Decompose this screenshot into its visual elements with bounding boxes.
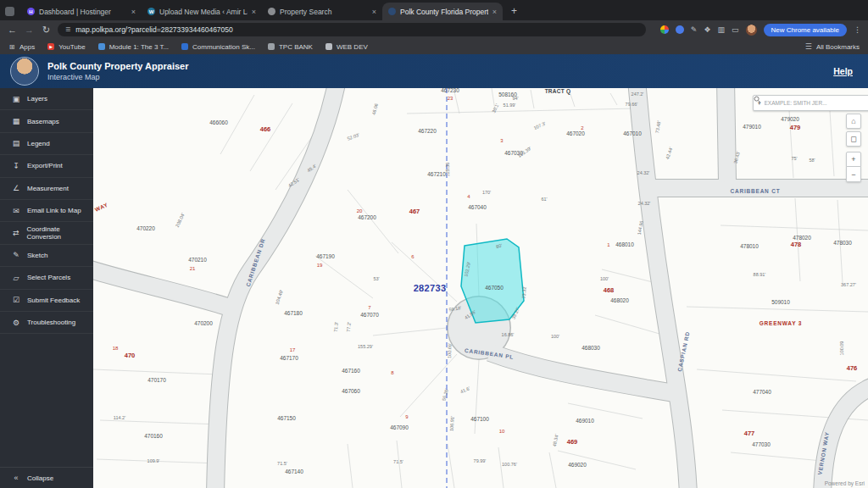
forward-icon[interactable]: → xyxy=(24,25,35,35)
sidebar-item-select-parcels[interactable]: ▱Select Parcels xyxy=(0,267,93,289)
sidebar-item-label: Submit Feedback xyxy=(27,297,80,304)
bookmark-favicon-icon xyxy=(268,43,275,50)
media-card-icon[interactable]: ▭ xyxy=(732,25,739,34)
browser-tab[interactable]: WUpload New Media ‹ Amir La...× xyxy=(142,3,262,20)
polk-county-logo xyxy=(10,57,39,86)
url-text: map.polkpa.org/?parcelid=282733934460467… xyxy=(75,25,233,34)
sidebar-item-sketch[interactable]: ✎Sketch xyxy=(0,245,93,267)
bookmark-item[interactable]: TPC BANK xyxy=(268,43,313,51)
sidebar-item-basemaps[interactable]: ▦Basemaps xyxy=(0,110,93,132)
tab-favicon-icon: W xyxy=(147,8,155,15)
bookmarks-bar: ⊞Apps▶YouTubeModule 1: The 3 T...Communi… xyxy=(0,39,868,55)
extension-wheel-icon[interactable] xyxy=(660,25,669,34)
profile-avatar[interactable] xyxy=(746,25,757,36)
sidebar-collapse-button[interactable]: « Collapse xyxy=(0,467,93,488)
collapse-icon: « xyxy=(12,474,20,482)
sidebar-item-submit-feedback[interactable]: ☑Submit Feedback xyxy=(0,290,93,312)
browser-tab[interactable]: Polk County Florida Propert...× xyxy=(382,3,503,20)
toolbar-right-cluster: ✎ ❖ ▥ ▭ New Chrome available ⋮ xyxy=(660,24,861,36)
coordinate-icon: ⇄ xyxy=(12,229,20,237)
sidebar-item-measurement[interactable]: ∠Measurement xyxy=(0,178,93,200)
extension-blue-icon[interactable] xyxy=(676,25,684,34)
legend-icon: ▤ xyxy=(12,139,20,147)
sidebar-item-troubleshooting[interactable]: ⚙Troubleshooting xyxy=(0,312,93,334)
bookmark-favicon-icon: ▶ xyxy=(47,43,54,50)
header-titles: Polk County Property Appraiser Interacti… xyxy=(47,61,188,81)
sidebar-item-legend[interactable]: ▤Legend xyxy=(0,133,93,155)
new-tab-button[interactable]: + xyxy=(511,5,517,17)
bookmark-item[interactable]: ⊞Apps xyxy=(8,43,35,51)
sidebar-item-coordinate-conversion[interactable]: ⇄Coordinate Conversion xyxy=(0,222,93,244)
layers-icon: ▣ xyxy=(12,95,20,103)
tab-title: Upload New Media ‹ Amir La... xyxy=(159,8,248,16)
sidebar: ▣Layers▦Basemaps▤Legend↧Export/Print∠Mea… xyxy=(0,88,93,488)
sidebar-item-label: Export/Print xyxy=(27,162,63,169)
bookmark-label: WEB DEV xyxy=(337,43,368,51)
bookmarks-left: ⊞Apps▶YouTubeModule 1: The 3 T...Communi… xyxy=(8,43,368,51)
bookmark-label: Module 1: The 3 T... xyxy=(109,43,169,51)
zoom-in-button[interactable]: + xyxy=(846,152,861,167)
search-icon[interactable] xyxy=(754,96,761,103)
collapse-label: Collapse xyxy=(27,474,53,482)
tab-close-icon[interactable]: × xyxy=(252,8,256,16)
print-icon: ↧ xyxy=(12,162,20,170)
help-link[interactable]: Help xyxy=(833,66,853,76)
bookmark-favicon-icon xyxy=(98,43,105,50)
tab-title: Property Search xyxy=(280,8,368,16)
site-settings-icon[interactable]: ☰ xyxy=(65,26,70,33)
tab-title: Polk County Florida Propert... xyxy=(400,8,488,16)
basemaps-icon: ▦ xyxy=(12,117,20,125)
sidebar-item-email-link-to-map[interactable]: ✉Email Link to Map xyxy=(0,200,93,222)
feedback-icon: ☑ xyxy=(12,296,20,304)
browser-tab[interactable]: Property Search× xyxy=(262,3,382,20)
browser-menu-icon[interactable]: ⋮ xyxy=(854,25,861,34)
sidebar-item-export-print[interactable]: ↧Export/Print xyxy=(0,155,93,177)
zoom-out-button[interactable]: − xyxy=(846,167,861,182)
browser-tab[interactable]: HDashboard | Hostinger× xyxy=(21,3,142,20)
extensions-puzzle-icon[interactable]: ❖ xyxy=(704,25,710,34)
select-parcels-icon: ▱ xyxy=(12,274,20,282)
bookmark-item[interactable]: WEB DEV xyxy=(326,43,368,51)
browser-logo-icon xyxy=(5,7,14,16)
powered-by-esri-label: Powered by Esri xyxy=(825,480,865,486)
bookmark-label: Communication Sk... xyxy=(192,43,255,51)
address-bar[interactable]: ☰ map.polkpa.org/?parcelid=2827339344604… xyxy=(58,23,646,36)
browser-toolbar: ← → ↻ ☰ map.polkpa.org/?parcelid=2827339… xyxy=(0,20,868,39)
home-button[interactable]: ⌂ xyxy=(846,114,861,129)
bookmark-favicon-icon xyxy=(181,43,188,50)
edit-extension-icon[interactable]: ✎ xyxy=(691,25,698,34)
browser-window: HDashboard | Hostinger×WUpload New Media… xyxy=(0,0,868,488)
measurement-icon: ∠ xyxy=(12,184,20,192)
sketch-icon: ✎ xyxy=(12,251,20,259)
parcel-search-box[interactable]: ▾ EXAMPLE: SMITH JER... xyxy=(753,95,868,111)
tab-close-icon[interactable]: × xyxy=(492,8,497,16)
all-bookmarks-icon: ☰ xyxy=(805,42,812,51)
bookmark-item[interactable]: ▶YouTube xyxy=(47,43,85,51)
bookmark-favicon-icon xyxy=(326,43,332,50)
sidebar-item-layers[interactable]: ▣Layers xyxy=(0,88,93,110)
bookmark-item[interactable]: Communication Sk... xyxy=(181,43,255,51)
sidebar-item-label: Basemaps xyxy=(27,118,59,125)
map-area[interactable]: 4672305081604660604672204670204670104670… xyxy=(93,88,868,488)
side-panel-icon[interactable]: ▥ xyxy=(717,25,725,34)
tab-title: Dashboard | Hostinger xyxy=(39,8,127,16)
tab-favicon-icon: H xyxy=(27,8,35,15)
selected-parcel-highlight[interactable] xyxy=(461,239,524,323)
back-icon[interactable]: ← xyxy=(7,25,18,35)
sidebar-item-label: Select Parcels xyxy=(27,274,70,281)
map-canvas[interactable] xyxy=(93,88,868,488)
new-chrome-available-button[interactable]: New Chrome available xyxy=(764,24,847,36)
sidebar-items: ▣Layers▦Basemaps▤Legend↧Export/Print∠Mea… xyxy=(0,88,93,334)
tab-close-icon[interactable]: × xyxy=(131,8,136,16)
all-bookmarks-button[interactable]: ☰ All Bookmarks xyxy=(805,42,860,51)
reload-icon[interactable]: ↻ xyxy=(41,25,52,36)
troubleshooting-icon: ⚙ xyxy=(12,319,20,327)
bookmark-item[interactable]: Module 1: The 3 T... xyxy=(98,43,169,51)
sidebar-item-label: Measurement xyxy=(27,185,69,192)
bookmark-label: TPC BANK xyxy=(279,43,313,51)
tab-close-icon[interactable]: × xyxy=(372,8,376,16)
tab-strip: HDashboard | Hostinger×WUpload New Media… xyxy=(0,0,868,20)
extent-button[interactable]: ◻ xyxy=(846,131,861,147)
sidebar-item-label: Email Link to Map xyxy=(27,207,81,214)
bookmark-label: Apps xyxy=(19,43,35,51)
